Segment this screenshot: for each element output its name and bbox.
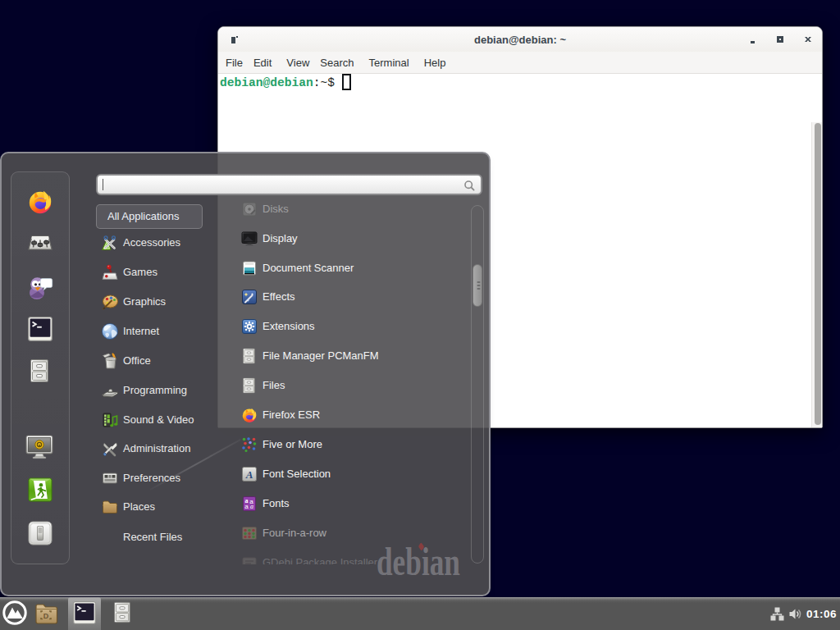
svg-text:A: A — [245, 468, 253, 481]
svg-text:a: a — [250, 503, 253, 510]
svg-text:a: a — [244, 503, 249, 510]
svg-text:D: D — [43, 612, 49, 620]
